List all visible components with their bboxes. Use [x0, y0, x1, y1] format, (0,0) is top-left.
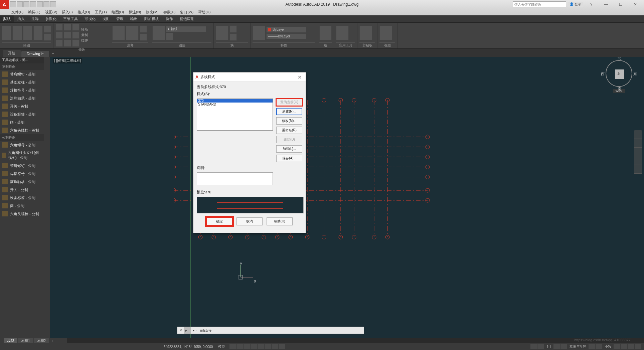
description-box[interactable] [197, 172, 273, 185]
help-icon[interactable]: ? [585, 1, 598, 8]
menu-format[interactable]: 格式(O) [75, 9, 92, 15]
cmdline-close-icon[interactable]: ✕ [177, 328, 184, 333]
scale-icon[interactable] [64, 39, 71, 47]
palette-item[interactable]: 六角螺母 - 公制 [0, 141, 44, 149]
maximize-button[interactable]: ☐ [614, 1, 627, 8]
otrack-toggle-icon[interactable] [265, 344, 271, 349]
layer-props-icon[interactable] [152, 26, 165, 40]
rotate-icon[interactable] [64, 23, 71, 31]
circle-icon[interactable] [23, 26, 32, 40]
palette-item[interactable]: 滚珠轴承 - 公制 [0, 178, 44, 186]
polyline-icon[interactable] [12, 26, 22, 40]
palette-item[interactable]: 开关 - 英制 [0, 102, 44, 110]
sb-icon[interactable] [596, 344, 602, 349]
palette-item[interactable]: 设备标签 - 公制 [0, 194, 44, 202]
menu-modify[interactable]: 修改(M) [144, 9, 161, 15]
dimension-icon[interactable] [126, 26, 139, 40]
palette-item[interactable]: 焊接符号 - 公制 [0, 170, 44, 178]
linetype-combo[interactable]: ——— ByLayer [266, 33, 306, 39]
ribbon-tab-manage[interactable]: 管理 [113, 15, 127, 22]
sb-icon[interactable] [614, 344, 620, 349]
layer-tools-icon[interactable] [166, 33, 173, 40]
statusbar-model[interactable]: 模型 [216, 344, 227, 349]
ribbon-tab-featured[interactable]: 精选应用 [176, 15, 198, 22]
stretch-icon[interactable] [55, 39, 63, 47]
palette-item[interactable]: 带肩螺钉 - 英制 [0, 70, 44, 78]
transparency-toggle-icon[interactable] [279, 344, 285, 349]
color-combo[interactable]: ByLayer [266, 27, 306, 33]
sb-icon[interactable] [530, 344, 537, 349]
minimize-button[interactable]: — [599, 1, 613, 8]
text-icon[interactable] [112, 26, 125, 40]
layout-tab-1[interactable]: 布局1 [18, 338, 33, 344]
base-view-icon[interactable] [379, 26, 392, 40]
filetab-add-button[interactable]: + [50, 50, 56, 57]
layout-tab-model[interactable]: 模型 [4, 338, 17, 344]
filetab-start[interactable]: 开始 [3, 50, 21, 57]
modify-button[interactable]: 修改(M)... [276, 117, 302, 125]
cmdline-input[interactable]: ▸ - _mlstyle [191, 328, 364, 333]
rename-button[interactable]: 重命名(R) [276, 127, 302, 134]
dialog-close-button[interactable]: ✕ [296, 74, 304, 80]
nav-orbit-icon[interactable] [634, 156, 642, 165]
help-button[interactable]: 帮助(H) [267, 217, 293, 225]
match-props-icon[interactable] [253, 26, 265, 40]
palette-tabs-strip[interactable] [44, 57, 50, 338]
nav-wheel-icon[interactable] [634, 130, 642, 139]
move-icon[interactable] [55, 23, 63, 31]
style-item[interactable]: STANDARD [197, 103, 273, 106]
layout-add-button[interactable]: + [50, 339, 54, 343]
palette-item[interactable]: 带肩螺钉 - 公制 [0, 162, 44, 170]
menu-dimension[interactable]: 标注(N) [127, 9, 143, 15]
lineweight-toggle-icon[interactable] [272, 344, 278, 349]
group-icon[interactable] [319, 26, 332, 40]
viewcube-top[interactable]: 上 [615, 69, 624, 79]
nav-pan-icon[interactable] [634, 139, 642, 148]
snap-toggle-icon[interactable] [236, 344, 243, 349]
drawing-viewport[interactable]: [-][俯视][二维线框] [50, 57, 644, 338]
viewcube[interactable]: 上 北 南 东 西 WCS [604, 60, 634, 97]
palette-item[interactable]: 阀 - 公制 [0, 202, 44, 210]
coordinate-readout[interactable]: 64922.8581, 14134.4059, 0.0000 [160, 345, 216, 349]
menu-view[interactable]: 视图(V) [43, 9, 59, 15]
palette-item[interactable]: 阀 - 英制 [0, 118, 44, 126]
menu-parametric[interactable]: 参数(P) [161, 9, 178, 15]
ribbon-tab-insert[interactable]: 插入 [14, 15, 28, 22]
copy-icon[interactable] [55, 31, 63, 39]
leader-icon[interactable] [140, 25, 147, 33]
sb-icon[interactable] [560, 344, 567, 349]
qat-undo-icon[interactable] [43, 1, 49, 7]
palette-item[interactable]: 基础立柱 - 英制 [0, 78, 44, 86]
sb-icon[interactable] [537, 344, 544, 349]
statusbar-units[interactable]: 小数 [603, 344, 613, 349]
ribbon-tab-annotate[interactable]: 注释 [28, 15, 42, 22]
sb-icon[interactable] [589, 344, 595, 349]
qat-save-icon[interactable] [23, 1, 29, 7]
mirror-icon[interactable] [64, 31, 71, 39]
app-logo[interactable]: A [0, 0, 9, 9]
delete-button[interactable]: 删除(D) [276, 136, 302, 143]
qat-new-icon[interactable] [10, 1, 16, 7]
ribbon-tab-3dtools[interactable]: 三维工具 [60, 15, 81, 22]
menu-draw[interactable]: 绘图(D) [110, 9, 126, 15]
qat-open-icon[interactable] [17, 1, 23, 7]
command-line[interactable]: ✕ ▸_ ▸ - _mlstyle [177, 327, 364, 334]
ribbon-tab-collaborate[interactable]: 协作 [162, 15, 176, 22]
sb-icon[interactable] [621, 344, 627, 349]
table-icon[interactable] [140, 33, 147, 41]
menu-window[interactable]: 窗口(W) [178, 9, 195, 15]
statusbar-workspace[interactable]: 草图与注释 [568, 344, 588, 349]
cancel-button[interactable]: 取消 [236, 217, 263, 225]
cmdline-handle-icon[interactable]: ▸_ [184, 327, 191, 334]
filetab-drawing1[interactable]: Drawing1* [21, 51, 49, 57]
new-button[interactable]: 新建(N)... [276, 108, 302, 115]
customize-statusbar-icon[interactable] [635, 344, 641, 349]
palette-item[interactable]: 设备标签 - 英制 [0, 110, 44, 118]
ribbon-tab-visualize[interactable]: 可视化 [81, 15, 99, 22]
menu-file[interactable]: 文件(F) [9, 9, 25, 15]
save-button[interactable]: 保存(A)... [276, 155, 302, 162]
fillet-icon[interactable] [72, 31, 79, 39]
sb-icon[interactable] [628, 344, 634, 349]
dialog-titlebar[interactable]: A 多线样式 ✕ [193, 72, 306, 82]
palette-item[interactable]: 六角圆柱头立柱(侧视图) - 公制 [0, 149, 44, 162]
